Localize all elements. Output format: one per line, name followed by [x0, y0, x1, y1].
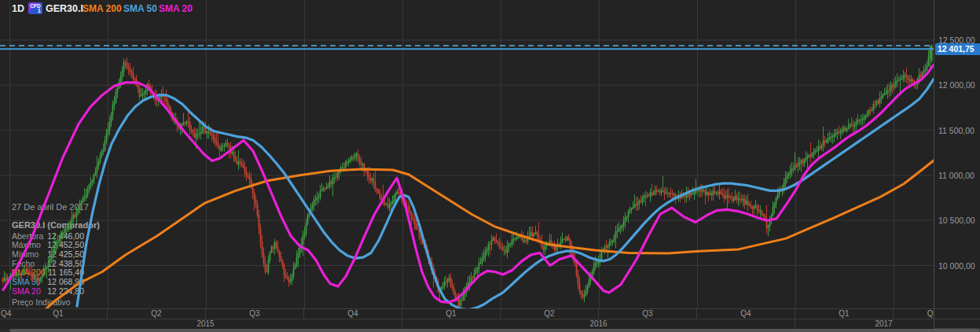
price-axis-label: 11 500,00 [938, 126, 974, 135]
quarter-label-q3: Q3 [599, 309, 697, 319]
price-chart-canvas[interactable]: 27 De abril De 2017GER30.I (Comprador)Ab… [0, 0, 934, 308]
quarter-label-q1: Q1 [795, 309, 894, 319]
quarter-label-q2: Q2 [894, 309, 934, 319]
quarter-label-q3: Q3 [206, 309, 304, 319]
tooltip-title: GER30.I (Comprador) [12, 220, 100, 230]
quarter-label-q4: Q4 [697, 309, 795, 319]
trading-chart-window: 27 De abril De 2017GER30.I (Comprador)Ab… [0, 0, 980, 332]
quarter-label-q2: Q2 [501, 309, 599, 319]
price-axis-label: 11 000,00 [938, 171, 974, 180]
legend-sma200[interactable]: SMA 200 [83, 3, 122, 14]
year-label-2015: 2015 [9, 319, 402, 329]
scrollbar-thumb[interactable] [9, 329, 980, 332]
quarter-label-q1: Q1 [9, 309, 108, 319]
tooltip-date: 27 De abril De 2017 [12, 202, 89, 212]
cfd-icon-sub: 1 [38, 7, 41, 14]
cfd-instrument-icon: CFD1 [28, 2, 42, 14]
chart-header: 1D CFD1 GER30.I SMA 200 SMA 50 SMA 20 [0, 0, 927, 19]
price-axis-label: 10 000,00 [938, 261, 975, 271]
tooltip-row-value: 11 165,40 [48, 267, 84, 277]
instrument-title[interactable]: GER30.I [46, 3, 83, 14]
time-axis-quarters[interactable]: Q4Q1Q2Q3Q4Q1Q2Q3Q4Q1Q2 [0, 308, 934, 319]
year-label-2017: 2017 [795, 319, 934, 329]
time-axis-years[interactable]: 201520162017 [0, 319, 934, 330]
legend-sma50[interactable]: SMA 50 [123, 3, 157, 14]
price-axis-label: 10 500,00 [938, 216, 975, 225]
tooltip-row-label: SMA 20 [12, 286, 41, 296]
legend-sma20[interactable]: SMA 20 [159, 3, 193, 14]
axis-divider [934, 308, 980, 309]
axis-divider [934, 319, 980, 319]
quarter-label-q4: Q4 [304, 309, 402, 319]
quarter-label-q2: Q2 [108, 309, 206, 319]
tooltip-row-value: 12 068,93 [47, 277, 84, 286]
year-label-2016: 2016 [402, 319, 795, 329]
quarter-label-q1: Q1 [402, 309, 501, 319]
tooltip-footer: Preço Indicativo [12, 297, 71, 307]
price-axis[interactable]: 12 401,75 12 500,0012 000,0011 500,0011 … [934, 0, 980, 328]
tooltip-row-label: Abertura [12, 231, 43, 241]
horizontal-scrollbar[interactable] [0, 329, 980, 332]
last-price-tag: 12 401,75 [935, 43, 980, 55]
price-axis-label: 12 000,00 [938, 80, 975, 90]
timeframe-selector[interactable]: 1D [12, 3, 24, 14]
